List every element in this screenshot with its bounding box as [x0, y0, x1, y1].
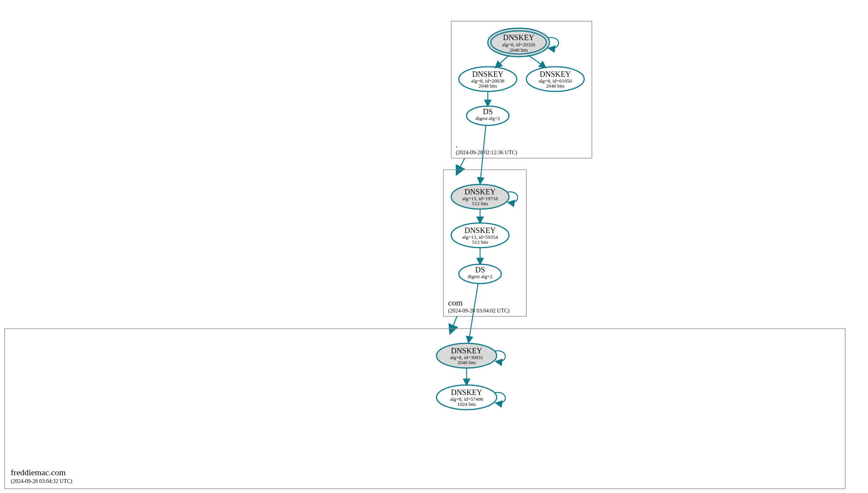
- svg-text:1024 bits: 1024 bits: [457, 401, 476, 407]
- svg-text:DS: DS: [475, 265, 485, 274]
- node-domain-ksk: DNSKEY alg=8, id=30931 2048 bits: [437, 343, 497, 368]
- svg-text:DNSKEY: DNSKEY: [472, 70, 503, 78]
- edge-deleg-com-domain: [450, 316, 457, 333]
- zone-root: . (2024-09-28 02:12:36 UTC) DNSKEY alg=8…: [451, 21, 592, 158]
- zone-domain-ts: (2024-09-28 03:04:32 UTC): [11, 478, 72, 485]
- svg-text:512 bits: 512 bits: [472, 201, 488, 206]
- node-com-zsk: DNSKEY alg=13, id=59354 512 bits: [451, 223, 509, 248]
- svg-text:2048 bits: 2048 bits: [457, 360, 476, 365]
- svg-text:2048 bits: 2048 bits: [479, 83, 497, 89]
- svg-text:DS: DS: [483, 107, 493, 116]
- zone-root-name: .: [456, 140, 458, 149]
- zone-domain-name: freddiemac.com: [11, 468, 66, 477]
- svg-text:DNSKEY: DNSKEY: [451, 346, 482, 355]
- edge-deleg-root-com: [457, 158, 465, 174]
- svg-text:DNSKEY: DNSKEY: [539, 70, 571, 78]
- node-com-ksk: DNSKEY alg=13, id=19718 512 bits: [451, 184, 509, 209]
- node-root-zsk1: DNSKEY alg=8, id=20038 2048 bits: [459, 67, 517, 91]
- svg-rect-29: [5, 329, 845, 489]
- node-root-zsk2: DNSKEY alg=8, id=61050 2048 bits: [526, 67, 584, 91]
- zone-com-ts: (2024-09-28 03:04:02 UTC): [448, 308, 510, 314]
- svg-text:DNSKEY: DNSKEY: [464, 187, 496, 196]
- node-domain-zsk: DNSKEY alg=8, id=57498 1024 bits: [437, 385, 497, 410]
- svg-text:2048 bits: 2048 bits: [546, 83, 565, 89]
- svg-text:alg=8, id=20326: alg=8, id=20326: [502, 42, 536, 47]
- svg-text:DNSKEY: DNSKEY: [464, 226, 496, 235]
- node-root-ds: DS digest alg=2: [467, 106, 509, 125]
- svg-text:512 bits: 512 bits: [472, 239, 488, 245]
- svg-text:DNSKEY: DNSKEY: [503, 33, 534, 42]
- edge-rootksk-zsk1: [496, 55, 509, 68]
- node-root-ksk: DNSKEY alg=8, id=20326 2048 bits: [488, 28, 549, 57]
- svg-text:DNSKEY: DNSKEY: [451, 388, 482, 397]
- zone-root-ts: (2024-09-28 02:12:36 UTC): [456, 150, 517, 156]
- svg-text:digest alg=2: digest alg=2: [475, 115, 500, 121]
- zone-domain: freddiemac.com (2024-09-28 03:04:32 UTC)…: [5, 329, 845, 489]
- svg-text:digest alg=2: digest alg=2: [468, 274, 492, 279]
- svg-text:2048 bits: 2048 bits: [509, 47, 528, 53]
- zone-com: com (2024-09-28 03:04:02 UTC) DNSKEY alg…: [443, 170, 526, 316]
- dnssec-diagram: . (2024-09-28 02:12:36 UTC) DNSKEY alg=8…: [0, 0, 868, 493]
- zone-com-name: com: [448, 298, 463, 307]
- node-com-ds: DS digest alg=2: [459, 264, 501, 284]
- edge-rootksk-zsk2: [528, 55, 546, 68]
